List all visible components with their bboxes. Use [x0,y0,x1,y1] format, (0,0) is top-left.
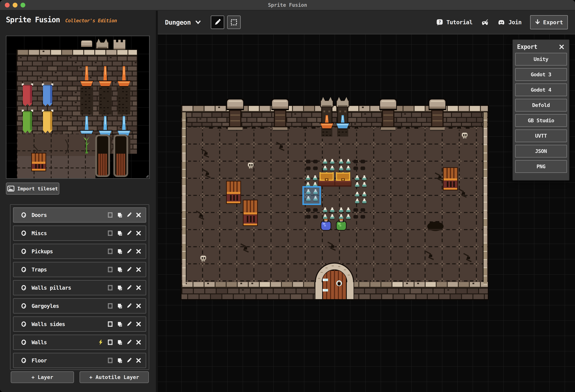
delete-icon[interactable] [135,212,142,218]
export-options: UnityGodot 3Godot 4DefoldGB StudioUVTTJS… [513,53,569,173]
duplicate-icon[interactable] [117,321,123,327]
edit-icon[interactable] [126,230,132,236]
layer-row-walls-sides[interactable]: Walls sides [13,316,146,332]
tileset-canvas[interactable] [6,36,149,178]
marquee-select-tool-button[interactable] [227,16,241,29]
titlebar: Sprite Fusion [0,0,575,10]
layer-name: Pickups [32,248,53,254]
collider-frame-icon[interactable] [107,212,113,218]
map-select-value: Dungeon [165,19,191,26]
duplicate-icon[interactable] [117,248,123,254]
visibility-icon[interactable] [21,339,27,346]
export-option-json[interactable]: JSON [515,145,567,158]
marquee-icon [230,18,238,26]
tutorial-button[interactable]: ? Tutorial [436,19,473,26]
layer-actions: + Layer + Autotile Layer [0,371,156,384]
gamepad-icon [481,18,489,26]
duplicate-icon[interactable] [117,284,123,291]
layer-row-floor[interactable]: Floor [13,353,146,368]
collider-frame-icon[interactable] [107,266,113,273]
duplicate-icon[interactable] [117,303,123,309]
duplicate-icon[interactable] [117,339,123,346]
edit-icon[interactable] [126,321,132,327]
canvas-panel: Dungeon [158,11,575,392]
export-option-godot-4[interactable]: Godot 4 [515,83,567,96]
edition-label: Collector's Edition [65,18,117,23]
layer-name: Miscs [32,230,47,236]
duplicate-icon[interactable] [117,230,123,236]
edit-icon[interactable] [126,266,132,273]
visibility-icon[interactable] [21,357,27,364]
export-panel: Export UnityGodot 3Godot 4DefoldGB Studi… [512,39,570,181]
visibility-icon[interactable] [21,230,27,236]
edit-icon[interactable] [126,248,132,254]
visibility-icon[interactable] [21,284,27,291]
layer-name: Walls pillars [32,285,71,291]
delete-icon[interactable] [135,339,142,346]
export-option-gb-studio[interactable]: GB Studio [515,114,567,127]
layer-name: Doors [32,212,47,218]
export-close-button[interactable] [558,44,565,50]
layer-row-traps[interactable]: Traps [13,262,146,277]
collider-frame-icon[interactable] [107,303,113,309]
duplicate-icon[interactable] [117,212,123,218]
delete-icon[interactable] [135,230,142,236]
main-area: Sprite Fusion Collector's Edition Import… [0,11,575,392]
layer-name: Floor [32,357,47,364]
canvas-toolbar: Dungeon [158,11,575,34]
map-viewport: Export UnityGodot 3Godot 4DefoldGB Studi… [158,34,575,392]
delete-icon[interactable] [135,248,142,254]
visibility-icon[interactable] [21,212,27,218]
visibility-icon[interactable] [21,248,27,254]
layer-name: Gargoyles [32,303,59,309]
collider-frame-icon[interactable] [107,248,113,254]
export-option-unity[interactable]: Unity [515,53,567,66]
add-layer-label: + Layer [31,374,53,380]
layer-name: Walls sides [32,321,65,327]
visibility-icon[interactable] [21,266,27,273]
duplicate-icon[interactable] [117,266,123,273]
visibility-icon[interactable] [21,303,27,309]
layer-row-gargoyles[interactable]: Gargoyles [13,298,146,314]
collider-frame-icon[interactable] [107,339,113,346]
pencil-tool-button[interactable] [211,16,224,29]
layer-row-walls-pillars[interactable]: Walls pillars [13,280,146,295]
layer-row-walls[interactable]: Walls [13,335,146,350]
layer-row-pickups[interactable]: Pickups [13,244,146,259]
export-option-godot-3[interactable]: Godot 3 [515,68,567,81]
close-icon [559,44,564,50]
edit-icon[interactable] [126,339,132,346]
resize-handle-icon[interactable] [144,173,149,178]
layer-row-doors[interactable]: Doors [13,207,146,223]
svg-text:?: ? [439,20,441,24]
export-option-uvtt[interactable]: UVTT [515,129,567,142]
edit-icon[interactable] [126,212,132,218]
tileset-preview-panel [6,36,150,179]
layer-row-miscs[interactable]: Miscs [13,226,146,241]
image-icon [7,185,14,192]
add-autotile-layer-button[interactable]: + Autotile Layer [79,371,149,383]
edit-icon[interactable] [126,303,132,309]
edit-icon[interactable] [126,284,132,291]
delete-icon[interactable] [135,321,142,327]
delete-icon[interactable] [135,303,142,309]
visibility-icon[interactable] [21,321,27,327]
collider-frame-icon[interactable] [107,357,113,364]
duplicate-icon[interactable] [117,357,123,364]
edit-icon[interactable] [126,357,132,364]
delete-icon[interactable] [135,357,142,364]
collider-frame-icon[interactable] [107,230,113,236]
join-discord-button[interactable]: Join [498,19,522,26]
collider-frame-icon[interactable] [107,321,113,327]
export-option-png[interactable]: PNG [515,160,567,173]
delete-icon[interactable] [135,284,142,291]
collider-frame-icon[interactable] [107,284,113,291]
export-button[interactable]: Export [530,15,568,29]
add-layer-button[interactable]: + Layer [11,371,74,383]
export-option-defold[interactable]: Defold [515,99,567,112]
delete-icon[interactable] [135,266,142,273]
sidebar: Sprite Fusion Collector's Edition Import… [0,11,156,392]
map-select-dropdown[interactable]: Dungeon [165,19,201,26]
games-button[interactable] [481,18,489,26]
import-tileset-button[interactable]: Import tileset [6,183,59,195]
